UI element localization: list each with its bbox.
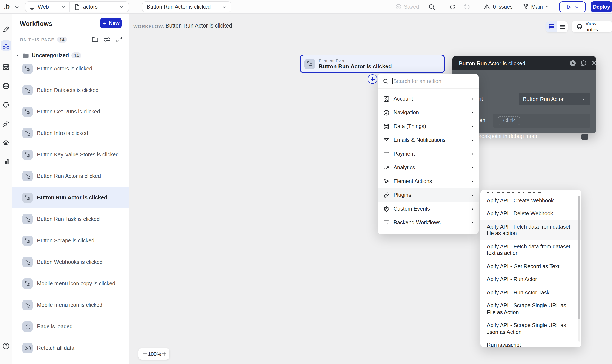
event-node[interactable]: Element Event Button Run Actor is clicke… — [300, 55, 445, 73]
menu-item-element-actions[interactable]: Element Actions — [378, 174, 479, 188]
menu-item-emails-notifications[interactable]: Emails & Notifications — [378, 133, 479, 147]
submenu-item[interactable]: Run javascript — [480, 339, 582, 347]
envelope-icon — [383, 137, 390, 143]
bar-chart-icon — [3, 158, 10, 165]
menu-item-backend-workflows[interactable]: Backend Workflows — [378, 216, 479, 230]
when-field[interactable]: Click — [493, 114, 590, 128]
workflow-list-item[interactable]: Button Key-Value Stores is clicked — [12, 144, 129, 166]
caret-down-icon[interactable] — [15, 53, 20, 58]
rail-item-data[interactable] — [1, 81, 11, 91]
cursor-click-icon — [22, 128, 33, 138]
workflow-list-item[interactable]: Button Run Actor is clicked — [12, 166, 129, 187]
workflow-item-label: Button Actors is clicked — [37, 66, 92, 72]
undo-icon[interactable] — [449, 3, 456, 10]
menu-item-analytics[interactable]: Analytics — [378, 161, 479, 174]
close-icon[interactable] — [591, 60, 597, 66]
cursor-click-icon — [22, 107, 33, 117]
cursor-icon — [383, 178, 390, 185]
section-header: ON THIS PAGE 14 — [20, 36, 67, 43]
card-view-button[interactable] — [546, 22, 557, 32]
menu-item-plugins[interactable]: Plugins — [378, 188, 479, 202]
workflow-list-item[interactable]: Button Scrape is clicked — [12, 230, 129, 251]
rail-item-workflows[interactable] — [1, 40, 11, 51]
submenu-item[interactable]: Apify API - Run Actor Task — [480, 286, 582, 299]
issues-indicator[interactable]: 0 issues — [483, 3, 513, 10]
run-play-circle-icon[interactable] — [569, 60, 576, 67]
page-dropdown[interactable]: actors — [70, 4, 129, 10]
deploy-button[interactable]: Deploy — [591, 1, 612, 13]
branch-dropdown[interactable]: Main — [522, 3, 550, 10]
workflows-panel-title: Workflows — [20, 20, 52, 27]
logo-menu-chevron-icon[interactable] — [14, 4, 20, 10]
add-folder-icon[interactable] — [92, 36, 98, 43]
submenu-item[interactable]: Apify API - Delete Webhook — [480, 207, 582, 221]
gear-icon — [3, 139, 10, 146]
preview-chevron-icon[interactable] — [574, 4, 579, 9]
left-rail: I — [0, 14, 12, 364]
workflow-list-item[interactable]: Button Datasets is clicked — [12, 79, 129, 101]
menu-item-custom-events[interactable]: Custom Events — [378, 202, 479, 216]
caret-right-icon — [470, 124, 474, 128]
zoom-out-icon[interactable] — [142, 351, 148, 357]
submenu-item[interactable]: Apify API - Run Actor — [480, 273, 582, 286]
submenu-item[interactable]: Apify API - Fetch data from dataset file… — [480, 221, 582, 240]
view-notes-button[interactable]: View notes — [572, 21, 612, 32]
rail-item-design[interactable] — [1, 24, 11, 34]
help-button[interactable] — [2, 342, 10, 350]
menu-item-label: Analytics — [394, 165, 415, 171]
submenu-item[interactable]: Apify API - Scrape Single URL as File as… — [480, 299, 582, 319]
add-action-button[interactable] — [368, 74, 377, 84]
when-value-token[interactable]: Click — [498, 117, 520, 125]
workflow-item-label: Button Scrape is clicked — [37, 238, 94, 244]
breakpoint-checkbox[interactable] — [582, 134, 588, 140]
preview-button[interactable] — [559, 1, 586, 13]
cursor-click-icon — [22, 300, 33, 310]
action-search-input[interactable]: Search for an action — [378, 74, 479, 89]
rail-item-plugins[interactable] — [1, 119, 11, 129]
menu-item-label: Element Actions — [394, 178, 432, 184]
workflow-list-item-selected[interactable]: Button Run Actor is clicked — [12, 187, 129, 208]
submenu-item[interactable]: Apify API - Scrape Single URL as Json as… — [480, 319, 582, 339]
scrollbar-thumb[interactable] — [578, 195, 580, 319]
workflow-list-item[interactable]: Button Actors is clicked — [12, 58, 129, 79]
menu-item-data-things[interactable]: Data (Things) — [378, 119, 479, 133]
comment-icon[interactable] — [580, 60, 587, 67]
menu-item-account[interactable]: Account — [378, 92, 479, 106]
window-icon — [383, 219, 390, 226]
workflow-list-item[interactable]: Mobile menu icon is clicked — [12, 294, 129, 316]
menu-item-navigation[interactable]: Navigation — [378, 106, 479, 119]
rail-item-settings[interactable] — [1, 138, 11, 148]
save-status: Saved — [395, 3, 419, 10]
menu-item-label: Custom Events — [394, 206, 430, 212]
submenu-item[interactable]: Apify API - Get Record as Text — [480, 260, 582, 273]
rail-item-styles[interactable] — [1, 100, 11, 110]
workflow-selector-dropdown[interactable]: Button Run Actor is clicked — [142, 1, 231, 13]
workflow-selector-value: Button Run Actor is clicked — [147, 4, 211, 10]
components-icon — [3, 64, 10, 70]
expand-panel-icon[interactable] — [116, 36, 123, 43]
rail-item-components[interactable] — [1, 62, 11, 72]
bubble-editor: .b Web actors Button Run Actor is clicke… — [0, 0, 612, 364]
device-dropdown[interactable]: Web — [25, 4, 69, 10]
submenu-item[interactable]: Apify API - Create Webhook — [480, 194, 582, 207]
list-view-button[interactable] — [557, 22, 568, 32]
device-chevron-icon — [61, 4, 66, 10]
search-icon[interactable] — [428, 3, 435, 10]
database-icon — [383, 123, 390, 130]
menu-item-payment[interactable]: Payment — [378, 147, 479, 161]
submenu-item[interactable]: Apify API - Fetch data from dataset text… — [480, 240, 582, 260]
bubble-logo[interactable]: .b — [4, 3, 10, 10]
workflow-list-item[interactable]: Button Intro is clicked — [12, 122, 129, 144]
zoom-in-icon[interactable] — [161, 351, 167, 357]
redo-icon[interactable] — [464, 3, 470, 10]
new-workflow-button[interactable]: New — [100, 18, 122, 28]
workflow-list-item[interactable]: Mobile menu icon copy is clicked — [12, 273, 129, 294]
workflow-list-item[interactable]: Button Get Runs is clicked — [12, 101, 129, 122]
rail-item-logs[interactable] — [1, 156, 11, 167]
element-dropdown[interactable]: Button Run Actor — [519, 93, 590, 105]
workflow-list-item[interactable]: Button Run Task is clicked — [12, 208, 129, 230]
workflow-list-item[interactable]: Button Webhooks is clicked — [12, 251, 129, 273]
workflow-list-item[interactable]: Refetch all data — [12, 337, 129, 359]
filter-sliders-icon[interactable] — [104, 36, 110, 43]
workflow-list-item[interactable]: Page is loaded — [12, 316, 129, 337]
